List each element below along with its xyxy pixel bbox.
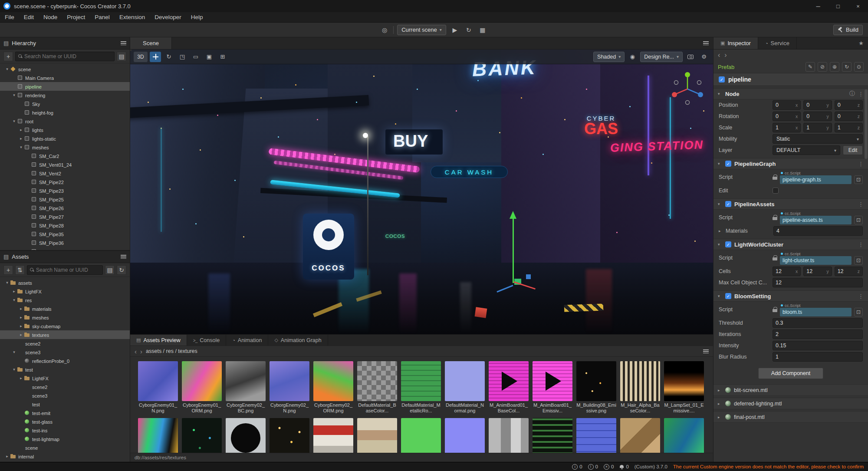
tab-service[interactable]: ◔ Service	[758, 37, 797, 49]
asset-tree-item[interactable]: test-ins	[0, 426, 130, 435]
asset-tree-item[interactable]: LightFX	[0, 287, 130, 296]
refresh-button[interactable]: ↻	[464, 25, 474, 35]
expand-arrow-icon[interactable]	[18, 145, 24, 149]
hierarchy-search-input[interactable]	[24, 53, 112, 59]
texture-thumbnail[interactable]	[182, 418, 222, 453]
help-icon[interactable]: ⓘ	[849, 90, 855, 98]
preview-target-icon[interactable]: ◎	[379, 25, 390, 35]
browse-asset-button[interactable]: ⊡	[854, 256, 863, 265]
expand-arrow-icon[interactable]: ▸	[718, 402, 722, 406]
expand-arrow-icon[interactable]	[18, 306, 24, 311]
bloomsetting-section-header[interactable]: ▾ ✓ BloomSetting ⋮	[713, 290, 868, 302]
breadcrumb-forward-icon[interactable]: ›	[140, 348, 142, 355]
asset-tree-item[interactable]: meshes	[0, 313, 130, 322]
bottom-tab[interactable]: Console	[187, 335, 226, 346]
asset-tree-item[interactable]: scene3	[0, 391, 130, 400]
expand-arrow-icon[interactable]	[18, 136, 24, 141]
asset-tree-item[interactable]: assets	[0, 278, 130, 287]
mobility-select[interactable]: Static▾	[773, 134, 863, 144]
asset-tree-item[interactable]: scene2	[0, 339, 130, 348]
position-x-field[interactable]: 0x	[773, 100, 801, 110]
hierarchy-menu-icon[interactable]	[121, 41, 126, 45]
prefab-edit-button[interactable]: ✎	[806, 62, 815, 72]
texture-thumbnail[interactable]	[489, 418, 529, 453]
scene-light-toggle[interactable]: ◉	[627, 52, 638, 62]
hierarchy-tree-item[interactable]: scene	[0, 65, 130, 73]
expand-arrow-icon[interactable]	[11, 367, 17, 372]
cells-y-field[interactable]: 12y	[803, 267, 832, 276]
asset-tree-item[interactable]: res	[0, 296, 130, 304]
prefab-apply-button[interactable]: ⊙	[854, 62, 864, 72]
frame-step-button[interactable]: ▦	[477, 25, 488, 35]
assets-search-input[interactable]	[36, 267, 100, 273]
breadcrumb-back-icon[interactable]: ‹	[135, 348, 137, 355]
component-menu-icon[interactable]: ⋮	[858, 201, 864, 208]
browse-asset-button[interactable]: ⊡	[854, 175, 863, 184]
texture-thumbnail[interactable]	[313, 418, 353, 453]
expand-arrow-icon[interactable]	[11, 119, 17, 123]
iterations-field[interactable]: 2	[773, 329, 863, 339]
expand-arrow-icon[interactable]: ▸	[718, 388, 722, 392]
pipelineassets-section-header[interactable]: ▾ ✓ PipelineAssets ⋮	[713, 198, 868, 210]
add-component-button[interactable]: Add Component	[758, 368, 823, 379]
hierarchy-tree-item[interactable]: SM_Pipe35	[0, 230, 130, 238]
assets-filter-button[interactable]: ▤	[105, 265, 115, 275]
asset-tree-item[interactable]: scene3	[0, 348, 130, 356]
preview-layout-icon[interactable]	[703, 349, 709, 353]
threshold-field[interactable]: 0.3	[773, 318, 863, 328]
notification-count[interactable]: 0	[619, 464, 628, 469]
nav-back-icon[interactable]: ‹	[718, 51, 720, 59]
hierarchy-tree-item[interactable]: SM_Pipe27	[0, 212, 130, 221]
hierarchy-tree-item[interactable]: SM_Pipe38	[0, 247, 130, 250]
expand-arrow-icon[interactable]: ▸	[718, 415, 722, 419]
move-tool-button[interactable]	[150, 52, 161, 62]
asset-tree-item[interactable]: materials	[0, 304, 130, 313]
texture-thumbnail[interactable]	[620, 418, 660, 453]
expand-arrow-icon[interactable]	[11, 289, 17, 293]
pipelinegraph-section-header[interactable]: ▾ ✓ PiepelineGraph ⋮	[713, 158, 868, 169]
texture-thumbnail[interactable]: M_LampSet_01_Emissive....	[664, 361, 704, 414]
menu-item[interactable]: Developer	[150, 12, 186, 22]
component-enabled-checkbox[interactable]: ✓	[725, 293, 731, 299]
expand-arrow-icon[interactable]	[18, 376, 24, 380]
component-enabled-checkbox[interactable]: ✓	[725, 161, 731, 167]
hierarchy-tree-item[interactable]: SM_Pipe25	[0, 195, 130, 204]
component-menu-icon[interactable]: ⋮	[858, 241, 864, 248]
expand-arrow-icon[interactable]	[4, 67, 10, 71]
asset-tree-item[interactable]: test-emit	[0, 408, 130, 417]
snap-settings-button[interactable]: ⊞	[217, 52, 228, 62]
info-count[interactable]: i0	[572, 464, 582, 470]
hierarchy-tree-item[interactable]: lights-static	[0, 134, 130, 143]
hierarchy-tree-item[interactable]: meshes	[0, 143, 130, 152]
asset-tree-item[interactable]: test	[0, 365, 130, 374]
assets-menu-icon[interactable]	[121, 255, 126, 259]
move-gizmo[interactable]	[506, 211, 541, 298]
tab-inspector[interactable]: ▣ Inspector	[713, 37, 758, 49]
component-menu-icon[interactable]: ⋮	[858, 161, 864, 167]
create-node-button[interactable]: +	[3, 52, 13, 61]
hierarchy-tree-item[interactable]: SM_Pipe28	[0, 221, 130, 230]
texture-thumbnail[interactable]	[357, 418, 397, 453]
tab-scene[interactable]: Scene	[130, 37, 172, 49]
materials-count-field[interactable]: 4	[773, 226, 863, 236]
hierarchy-tree-item[interactable]: SM_Car2	[0, 152, 130, 160]
prefab-locate-button[interactable]: ⊕	[830, 62, 839, 72]
mode-3d-toggle[interactable]: 3D	[134, 52, 148, 62]
rect-tool-button[interactable]: ▭	[190, 52, 201, 62]
rotation-x-field[interactable]: 0x	[773, 112, 801, 121]
texture-thumbnail[interactable]	[401, 418, 441, 453]
inspector-scrollbar[interactable]	[865, 89, 868, 159]
menu-item[interactable]: File	[0, 12, 19, 22]
asset-tree-item[interactable]: internal	[0, 452, 130, 461]
design-resolution-select[interactable]: Design Re...▾	[640, 52, 683, 62]
expand-arrow-icon[interactable]: ▸	[719, 229, 723, 233]
texture-thumbnail[interactable]: M_AnimBoard01_BaseCol...	[489, 361, 529, 414]
asset-tree-item[interactable]: sky-cubemap	[0, 322, 130, 330]
hierarchy-tree-item[interactable]: lights	[0, 125, 130, 134]
scale-x-field[interactable]: 1x	[773, 123, 801, 132]
texture-thumbnail[interactable]	[664, 418, 704, 453]
browse-asset-button[interactable]: ⊡	[854, 308, 863, 316]
rotate-tool-button[interactable]: ↻	[163, 52, 174, 62]
build-button[interactable]: Build	[833, 25, 863, 35]
prefab-revert-button[interactable]: ↻	[842, 62, 852, 72]
